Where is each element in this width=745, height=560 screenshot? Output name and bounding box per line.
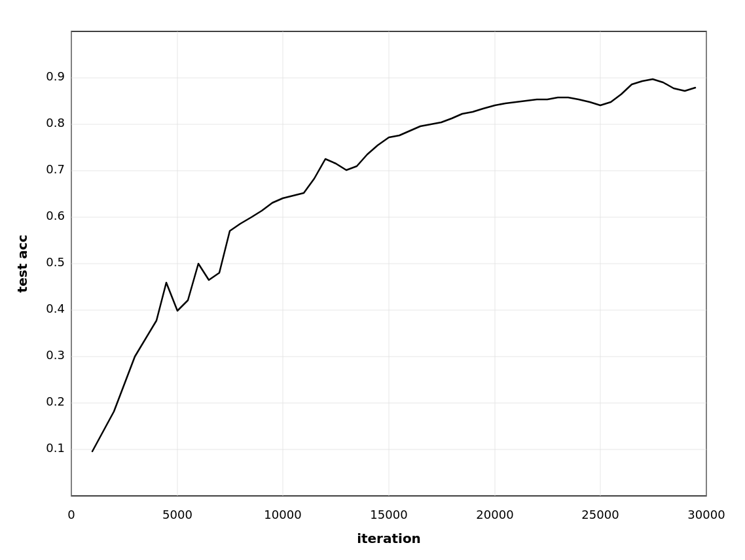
- y-tick-05: 0.5: [46, 255, 65, 269]
- y-tick-01: 0.1: [46, 441, 65, 455]
- x-tick-5000: 5000: [162, 508, 192, 521]
- y-tick-08: 0.8: [46, 116, 65, 130]
- y-tick-06: 0.6: [46, 209, 65, 222]
- x-tick-10000: 10000: [264, 508, 301, 521]
- x-tick-30000: 30000: [687, 508, 725, 521]
- chart-container: 0.9 0.8 0.7 0.6 0.5 0.4 0.3 0.2 0.1 0 50…: [12, 12, 733, 548]
- y-tick-02: 0.2: [46, 394, 65, 408]
- x-tick-20000: 20000: [476, 508, 513, 521]
- y-tick-07: 0.7: [46, 162, 65, 176]
- y-tick-04: 0.4: [46, 302, 65, 315]
- y-axis-label: test acc: [14, 235, 30, 293]
- x-tick-0: 0: [67, 508, 75, 521]
- x-axis-label: iteration: [357, 531, 421, 546]
- x-tick-25000: 25000: [581, 508, 619, 521]
- y-tick-09: 0.9: [46, 69, 65, 83]
- x-tick-15000: 15000: [370, 508, 407, 521]
- y-tick-03: 0.3: [46, 348, 65, 362]
